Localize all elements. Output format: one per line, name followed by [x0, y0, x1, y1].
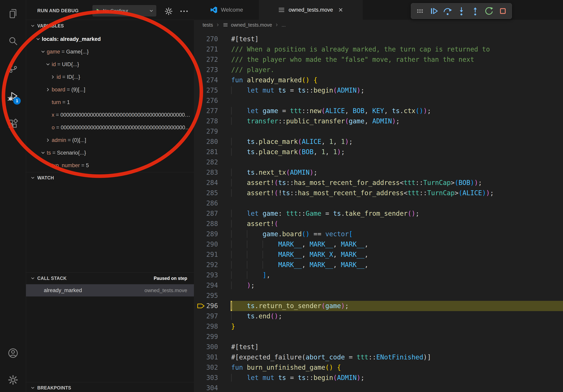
continue-button[interactable]: [429, 6, 439, 16]
code-line-282[interactable]: 282: [194, 157, 563, 167]
line-number[interactable]: 291: [194, 249, 218, 260]
twisty-down-icon[interactable]: [35, 36, 42, 42]
line-number[interactable]: 288: [194, 219, 218, 229]
line-number[interactable]: 297: [194, 311, 218, 321]
line-number[interactable]: 274: [194, 75, 218, 85]
line-number[interactable]: 275: [194, 85, 218, 95]
variable-row-o[interactable]: o = 000000000000000000000000000000000000…: [26, 121, 194, 134]
code-line-295[interactable]: 295: [194, 290, 563, 301]
code-line-289[interactable]: 289 game.board() == vector[: [194, 229, 563, 239]
code-line-299[interactable]: 299: [194, 332, 563, 342]
tab-welcome[interactable]: Welcome: [194, 0, 259, 20]
code-line-303[interactable]: 303 let mut ts = ts::begin(ADMIN);: [194, 373, 563, 383]
line-number[interactable]: 301: [194, 352, 218, 362]
variable-row-board[interactable]: board = (9)[...]: [26, 83, 194, 96]
twisty-down-icon[interactable]: [45, 61, 52, 67]
code-line-281[interactable]: 281 ts.place_mark(BOB, 1, 1);: [194, 147, 563, 157]
code-line-277[interactable]: 277 let game = ttt::new(ALICE, BOB, KEY,…: [194, 106, 563, 116]
gripper-icon[interactable]: [415, 6, 425, 16]
variable-row-id[interactable]: id = ID{...}: [26, 71, 194, 83]
code-line-275[interactable]: 275 let mut ts = ts::begin(ADMIN);: [194, 85, 563, 95]
code-line-272[interactable]: 272/// the player who made the "false" m…: [194, 54, 563, 65]
line-number[interactable]: 270: [194, 34, 218, 44]
code-line-304[interactable]: 304: [194, 383, 563, 392]
line-number[interactable]: 296: [194, 301, 218, 311]
line-number[interactable]: 280: [194, 137, 218, 147]
variable-row-id[interactable]: id = UID{...}: [26, 58, 194, 71]
code-line-302[interactable]: 302fun burn_unfinished_game() {: [194, 362, 563, 373]
step-into-button[interactable]: [457, 6, 466, 16]
breadcrumb-item-more[interactable]: ...: [282, 22, 286, 28]
line-number[interactable]: 276: [194, 95, 218, 106]
code-line-291[interactable]: 291 MARK__, MARK_X, MARK__,: [194, 249, 563, 260]
explorer-icon[interactable]: [8, 8, 19, 19]
variable-row-admin[interactable]: admin = (0)[...]: [26, 134, 194, 146]
line-number[interactable]: 277: [194, 106, 218, 116]
code-line-280[interactable]: 280 ts.place_mark(ALICE, 1, 1);: [194, 137, 563, 147]
search-icon[interactable]: [8, 36, 19, 47]
step-out-button[interactable]: [470, 6, 480, 16]
stop-button[interactable]: [498, 6, 508, 16]
code-line-285[interactable]: 285 assert!(!ts::has_most_recent_for_add…: [194, 188, 563, 198]
variable-row-locals-already_marked[interactable]: locals: already_marked: [26, 33, 194, 45]
tab-owned-tests-move[interactable]: owned_tests.move: [259, 0, 363, 20]
line-number[interactable]: 283: [194, 167, 218, 178]
line-number[interactable]: 285: [194, 188, 218, 198]
line-number[interactable]: 287: [194, 209, 218, 219]
call-stack-section-header[interactable]: CALL STACK Paused on step: [26, 272, 194, 284]
debug-config-dropdown[interactable]: No Configur: [92, 5, 156, 16]
line-number[interactable]: 271: [194, 44, 218, 54]
line-number[interactable]: 286: [194, 198, 218, 209]
close-icon[interactable]: [337, 7, 344, 13]
line-number[interactable]: 300: [194, 342, 218, 352]
call-stack-frame-row[interactable]: already_marked owned_tests.move: [26, 284, 194, 297]
code-editor[interactable]: 270#[test]271/// When a position is alre…: [194, 30, 563, 392]
line-number[interactable]: 279: [194, 126, 218, 137]
line-number[interactable]: 289: [194, 229, 218, 239]
code-line-279[interactable]: 279: [194, 126, 563, 137]
code-line-270[interactable]: 270#[test]: [194, 34, 563, 44]
twisty-right-icon[interactable]: [45, 87, 52, 92]
step-over-button[interactable]: [443, 6, 452, 16]
code-line-290[interactable]: 290 MARK__, MARK__, MARK__,: [194, 239, 563, 249]
code-line-294[interactable]: 294 );: [194, 280, 563, 290]
code-line-286[interactable]: 286: [194, 198, 563, 209]
watch-section-header[interactable]: WATCH: [26, 172, 194, 183]
code-line-287[interactable]: 287 let game: ttt::Game = ts.take_from_s…: [194, 209, 563, 219]
line-number[interactable]: 290: [194, 239, 218, 249]
line-number[interactable]: 304: [194, 383, 218, 392]
line-number[interactable]: 273: [194, 65, 218, 75]
code-line-278[interactable]: 278 transfer::public_transfer(game, ADMI…: [194, 116, 563, 126]
launch-settings-gear-icon[interactable]: [164, 7, 173, 16]
code-line-283[interactable]: 283 ts.next_tx(ADMIN);: [194, 167, 563, 178]
variable-row-turn[interactable]: turn = 1: [26, 96, 194, 109]
line-number[interactable]: 303: [194, 373, 218, 383]
line-number[interactable]: 302: [194, 362, 218, 373]
source-control-icon[interactable]: [8, 63, 19, 74]
twisty-down-icon[interactable]: [40, 49, 47, 55]
line-number[interactable]: 292: [194, 260, 218, 270]
code-line-276[interactable]: 276: [194, 95, 563, 106]
code-line-300[interactable]: 300#[test]: [194, 342, 563, 352]
code-line-284[interactable]: 284 assert!(ts::has_most_recent_for_addr…: [194, 178, 563, 188]
line-number[interactable]: 298: [194, 321, 218, 332]
line-number[interactable]: 293: [194, 270, 218, 280]
code-line-297[interactable]: 297 ts.end();: [194, 311, 563, 321]
line-number[interactable]: 295: [194, 290, 218, 301]
code-line-293[interactable]: 293 ],: [194, 270, 563, 280]
code-line-301[interactable]: 301#[expected_failure(abort_code = ttt::…: [194, 352, 563, 362]
variables-section-header[interactable]: VARIABLES: [26, 20, 194, 32]
extensions-icon[interactable]: [8, 118, 19, 129]
line-number[interactable]: 284: [194, 178, 218, 188]
line-number[interactable]: 281: [194, 147, 218, 157]
settings-gear-icon[interactable]: [8, 374, 19, 385]
line-number[interactable]: 294: [194, 280, 218, 290]
breadcrumb-item-file[interactable]: owned_tests.move: [231, 22, 272, 28]
breadcrumb-item-tests[interactable]: tests: [203, 22, 213, 28]
line-number[interactable]: 299: [194, 332, 218, 342]
more-actions-icon[interactable]: [179, 8, 189, 14]
code-line-292[interactable]: 292 MARK__, MARK__, MARK__,: [194, 260, 563, 270]
code-line-288[interactable]: 288 assert!(: [194, 219, 563, 229]
twisty-right-icon[interactable]: [45, 137, 52, 143]
code-line-273[interactable]: 273/// player.: [194, 65, 563, 75]
